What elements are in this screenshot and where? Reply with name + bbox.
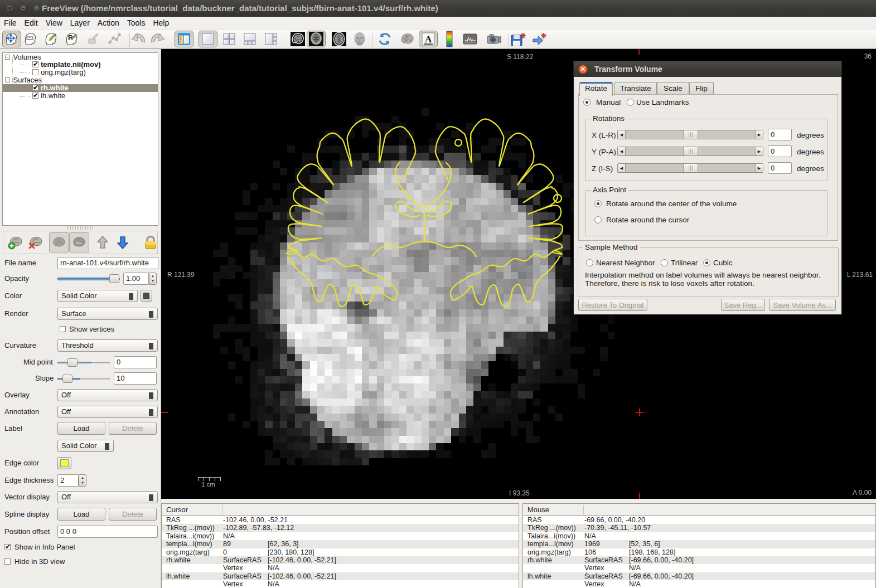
svg-text:A: A: [425, 34, 432, 45]
